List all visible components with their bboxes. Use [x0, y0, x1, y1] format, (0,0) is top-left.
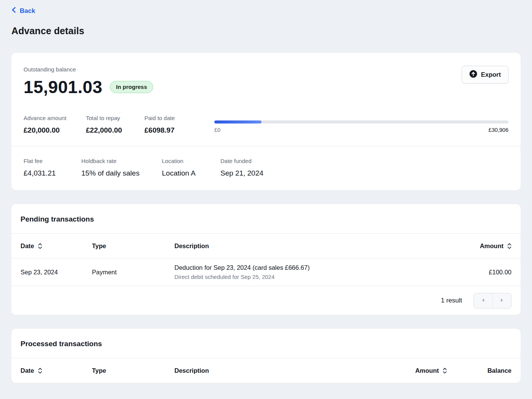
cell-amount: £100.00 — [443, 269, 511, 276]
pending-table-footer: 1 result — [11, 286, 521, 315]
outstanding-balance-label: Outstanding balance — [24, 66, 508, 73]
detail-location: Location Location A — [162, 158, 220, 177]
sort-chevrons-icon — [507, 243, 511, 249]
header-amount-label: Amount — [415, 367, 439, 374]
header-type: Type — [92, 367, 174, 374]
pending-table-row: Sep 23, 2024 Payment Deduction for Sep 2… — [11, 258, 521, 286]
triangle-left-icon — [481, 298, 485, 304]
summary-stats-row: Advance amount £20,000.00 Total to repay… — [24, 115, 508, 135]
stat-label: Paid to date — [144, 115, 196, 121]
header-type: Type — [92, 242, 174, 250]
status-badge: In progress — [110, 81, 153, 93]
export-label: Export — [481, 71, 501, 78]
repayment-progress: £0 £30,906 — [214, 115, 508, 135]
balance-row: 15,901.03 In progress — [24, 77, 508, 97]
detail-label: Holdback rate — [81, 158, 162, 164]
stat-value: £20,000.00 — [24, 126, 86, 135]
stat-paid-to-date: Paid to date £6098.97 — [144, 115, 196, 135]
header-amount: Amount — [443, 242, 511, 250]
progress-labels: £0 £30,906 — [214, 127, 508, 133]
pending-transactions-title: Pending transactions — [11, 204, 521, 233]
previous-page-button[interactable] — [474, 293, 492, 308]
progress-max-label: £30,906 — [489, 127, 508, 133]
processed-transactions-card: Processed transactions Date Type Descrip… — [11, 329, 521, 383]
result-count: 1 result — [441, 297, 462, 304]
detail-value: 15% of daily sales — [81, 169, 162, 177]
header-amount-label: Amount — [480, 242, 504, 250]
cell-date: Sep 23, 2024 — [21, 269, 92, 276]
triangle-right-icon — [500, 298, 504, 304]
sort-chevrons-icon — [38, 367, 42, 374]
header-date: Date — [21, 367, 92, 374]
progress-fill — [214, 120, 261, 124]
page-title: Advance details — [11, 25, 521, 36]
export-button[interactable]: Export — [462, 66, 508, 84]
back-label: Back — [20, 7, 35, 15]
detail-value: £4,031.21 — [24, 169, 81, 177]
detail-value: Location A — [162, 169, 220, 177]
header-amount: Amount — [386, 367, 447, 374]
stat-total-to-repay: Total to repay £22,000.00 — [86, 115, 144, 135]
advance-details-page: Back Advance details Outstanding balance… — [0, 0, 532, 383]
progress-min-label: £0 — [214, 127, 220, 133]
processed-table-header: Date Type Description Amount Balance — [11, 358, 521, 383]
description-sub: Direct debit scheduled for Sep 25, 2024 — [174, 274, 443, 280]
header-description: Description — [174, 367, 386, 374]
header-date-label: Date — [21, 367, 34, 374]
next-page-button[interactable] — [492, 293, 511, 308]
stat-label: Advance amount — [24, 115, 86, 121]
cell-type: Payment — [92, 269, 174, 276]
cell-description: Deduction for Sep 23, 2024 (card sales £… — [174, 264, 443, 280]
stat-value: £22,000.00 — [86, 126, 144, 135]
summary-card: Outstanding balance 15,901.03 In progres… — [11, 53, 521, 190]
description-main: Deduction for Sep 23, 2024 (card sales £… — [174, 264, 443, 271]
pending-table-header: Date Type Description Amount — [11, 233, 521, 258]
detail-label: Location — [162, 158, 220, 164]
header-date-label: Date — [21, 242, 34, 250]
sort-by-amount[interactable]: Amount — [480, 242, 511, 250]
header-description: Description — [174, 242, 443, 250]
sort-by-amount[interactable]: Amount — [415, 367, 447, 374]
summary-top: Outstanding balance 15,901.03 In progres… — [11, 53, 521, 146]
summary-details-row: Flat fee £4,031.21 Holdback rate 15% of … — [11, 146, 521, 190]
header-date: Date — [21, 242, 92, 250]
outstanding-balance-value: 15,901.03 — [24, 77, 102, 97]
detail-value: Sep 21, 2024 — [220, 169, 263, 177]
upload-circle-icon — [469, 70, 477, 79]
detail-holdback-rate: Holdback rate 15% of daily sales — [81, 158, 162, 177]
pagination — [473, 293, 511, 309]
detail-flat-fee: Flat fee £4,031.21 — [24, 158, 81, 177]
stat-value: £6098.97 — [144, 126, 196, 135]
detail-label: Flat fee — [24, 158, 81, 164]
chevron-left-icon — [11, 7, 16, 15]
back-link[interactable]: Back — [11, 6, 35, 16]
detail-label: Date funded — [220, 158, 263, 164]
sort-by-date[interactable]: Date — [21, 242, 42, 250]
pending-transactions-card: Pending transactions Date Type Descripti… — [11, 204, 521, 315]
processed-transactions-title: Processed transactions — [11, 329, 521, 358]
sort-chevrons-icon — [443, 367, 447, 374]
sort-chevrons-icon — [38, 243, 42, 249]
sort-by-date[interactable]: Date — [21, 367, 42, 374]
stat-advance-amount: Advance amount £20,000.00 — [24, 115, 86, 135]
detail-date-funded: Date funded Sep 21, 2024 — [220, 158, 263, 177]
stat-label: Total to repay — [86, 115, 144, 121]
progress-track — [214, 120, 508, 124]
header-balance: Balance — [447, 367, 511, 374]
